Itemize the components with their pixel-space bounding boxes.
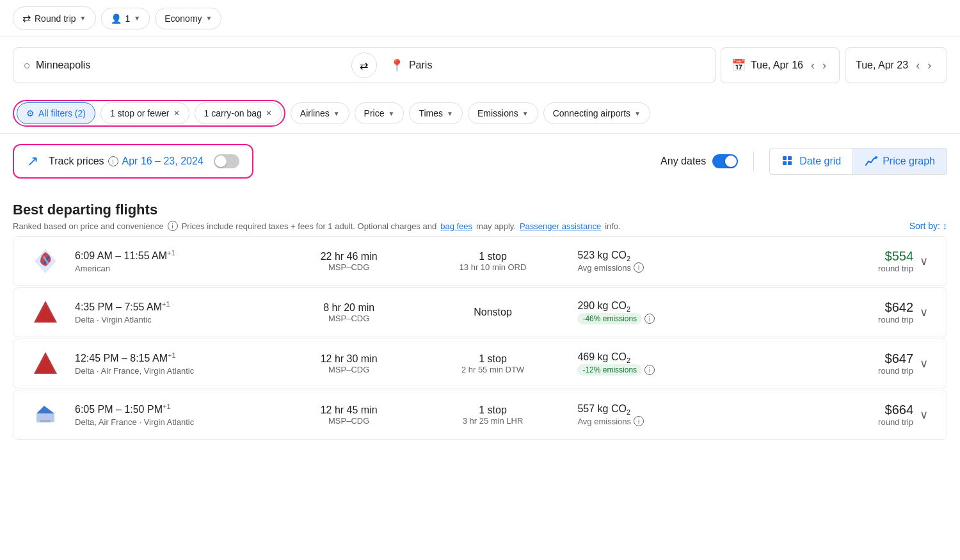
price-graph-button[interactable]: Price graph [852, 148, 947, 175]
duration-route: MSP–CDG [277, 365, 421, 374]
return-date-value: Tue, Apr 23 [856, 60, 908, 71]
bag-filter-chip[interactable]: 1 carry-on bag ✕ [195, 102, 282, 124]
flight-emissions: 523 kg CO2 Avg emissions i [564, 250, 769, 273]
flight-emissions: 290 kg CO2 -46% emissions i [564, 300, 769, 324]
expand-button[interactable]: ∨ [913, 356, 934, 371]
ranked-info-icon[interactable]: i [168, 221, 178, 231]
bag-filter-close[interactable]: ✕ [266, 109, 272, 118]
results-subtitle: Ranked based on price and convenience i … [13, 221, 947, 231]
track-prices-label: Track prices i Apr 16 – 23, 2024 [49, 156, 204, 167]
flight-stops: 1 stop 2 hr 55 min DTW [421, 353, 565, 374]
duration-time: 22 hr 46 min [277, 251, 421, 262]
grid-icon [781, 155, 794, 168]
duration-route: MSP–CDG [277, 314, 421, 323]
flight-time-info: 4:35 PM – 7:55 AM+1 Delta · Virgin Atlan… [65, 300, 277, 324]
airlines-label: Airlines [300, 108, 330, 118]
view-buttons: Date grid Price graph [769, 148, 947, 175]
stops-detail: 2 hr 55 min DTW [421, 365, 565, 374]
airlines-filter-button[interactable]: Airlines ▼ [291, 102, 349, 124]
origin-input[interactable]: ○ Minneapolis [13, 48, 349, 83]
chevron-down-icon: ▼ [634, 110, 641, 117]
chevron-down-icon: ▼ [206, 15, 212, 22]
flight-time-info: 12:45 PM – 8:15 AM+1 Delta · Air France,… [65, 351, 277, 375]
trip-type-button[interactable]: ⇄ Round trip ▼ [13, 6, 96, 30]
sort-by-button[interactable]: Sort by: ↕ [909, 221, 947, 231]
origin-value: Minneapolis [36, 60, 90, 71]
destination-input[interactable]: 📍 Paris [380, 48, 715, 83]
chart-icon [865, 155, 877, 168]
flight-emissions: 557 kg CO2 Avg emissions i [564, 403, 769, 426]
flight-stops: 1 stop 3 hr 25 min LHR [421, 404, 565, 426]
stop-filter-label: 1 stop or fewer [110, 108, 170, 118]
duration-time: 12 hr 30 min [277, 353, 421, 365]
all-filters-label: All filters (2) [38, 108, 86, 118]
date-grid-button[interactable]: Date grid [769, 148, 852, 175]
flight-price: $647 round trip [769, 351, 913, 376]
emissions-info-icon[interactable]: i [644, 365, 655, 375]
price-value: $642 [769, 300, 913, 315]
stop-filter-chip[interactable]: 1 stop or fewer ✕ [100, 102, 189, 124]
stop-filter-close[interactable]: ✕ [173, 109, 180, 118]
flight-time-info: 6:05 PM – 1:50 PM+1 Delta, Air France · … [65, 403, 277, 426]
airline-logo [26, 401, 65, 429]
cabin-button[interactable]: Economy ▼ [155, 8, 221, 29]
flight-price: $554 round trip [769, 249, 913, 273]
stops-label: 1 stop [421, 353, 565, 365]
depart-next-arrow[interactable]: › [820, 56, 829, 75]
price-value: $664 [769, 403, 913, 417]
price-label: round trip [769, 264, 913, 273]
bag-fees-link[interactable]: bag fees [440, 221, 472, 231]
track-date-range: Apr 16 – 23, 2024 [122, 156, 204, 167]
track-info-icon[interactable]: i [108, 156, 118, 166]
flight-card[interactable]: 12:45 PM – 8:15 AM+1 Delta · Air France,… [13, 339, 947, 388]
price-label: round trip [769, 417, 913, 427]
passengers-button[interactable]: 👤 1 ▼ [101, 8, 150, 29]
depart-prev-arrow[interactable]: ‹ [808, 56, 817, 75]
flight-times: 6:05 PM – 1:50 PM+1 [75, 403, 267, 415]
connecting-airports-button[interactable]: Connecting airports ▼ [543, 102, 650, 124]
flight-duration: 8 hr 20 min MSP–CDG [277, 302, 421, 323]
price-label: round trip [769, 315, 913, 324]
times-filter-button[interactable]: Times ▼ [409, 102, 463, 124]
return-prev-arrow[interactable]: ‹ [913, 56, 922, 75]
any-dates-toggle[interactable] [712, 154, 738, 168]
flight-card[interactable]: 6:09 AM – 11:55 AM+1 American 22 hr 46 m… [13, 236, 947, 286]
swap-button[interactable]: ⇄ [351, 52, 377, 78]
emissions-filter-button[interactable]: Emissions ▼ [468, 102, 538, 124]
emissions-value: 523 kg CO2 [577, 250, 769, 262]
depart-date-input[interactable]: 📅 Tue, Apr 16 ‹ › [721, 47, 840, 83]
flight-card[interactable]: 4:35 PM – 7:55 AM+1 Delta · Virgin Atlan… [13, 287, 947, 337]
stops-detail: 13 hr 10 min ORD [421, 262, 565, 272]
return-date-input[interactable]: Tue, Apr 23 ‹ › [845, 47, 947, 83]
flight-times: 6:09 AM – 11:55 AM+1 [75, 249, 267, 262]
flight-stops: Nonstop [421, 307, 565, 318]
all-filters-button[interactable]: ⚙ All filters (2) [17, 102, 95, 124]
svg-rect-3 [788, 161, 792, 165]
emissions-info-icon[interactable]: i [634, 262, 644, 273]
expand-button[interactable]: ∨ [913, 254, 934, 268]
expand-button[interactable]: ∨ [913, 408, 934, 422]
flight-card[interactable]: 6:05 PM – 1:50 PM+1 Delta, Air France · … [13, 390, 947, 440]
price-label: round trip [769, 366, 913, 376]
emissions-label: Avg emissions i [577, 262, 769, 273]
flight-emissions: 469 kg CO2 -12% emissions i [564, 351, 769, 376]
duration-time: 8 hr 20 min [277, 302, 421, 314]
emissions-info-icon[interactable]: i [634, 416, 644, 426]
chevron-down-icon: ▼ [333, 110, 340, 117]
duration-route: MSP–CDG [277, 416, 421, 426]
passenger-assistance-link[interactable]: Passenger assistance [520, 221, 601, 231]
track-prices-toggle[interactable] [214, 154, 239, 168]
expand-button[interactable]: ∨ [913, 305, 934, 319]
price-graph-label: Price graph [883, 156, 935, 167]
swap-icon: ⇄ [22, 12, 31, 24]
price-filter-button[interactable]: Price ▼ [355, 102, 404, 124]
track-right-section: Any dates Date grid [660, 148, 947, 175]
flight-airline: Delta · Virgin Atlantic [75, 315, 267, 324]
calendar-icon: 📅 [732, 58, 746, 72]
stops-label: 1 stop [421, 251, 565, 262]
emissions-info-icon[interactable]: i [644, 314, 655, 324]
chevron-down-icon: ▼ [134, 15, 140, 22]
origin-icon: ○ [24, 59, 31, 72]
any-dates-label: Any dates [660, 156, 706, 167]
return-next-arrow[interactable]: › [925, 56, 934, 75]
